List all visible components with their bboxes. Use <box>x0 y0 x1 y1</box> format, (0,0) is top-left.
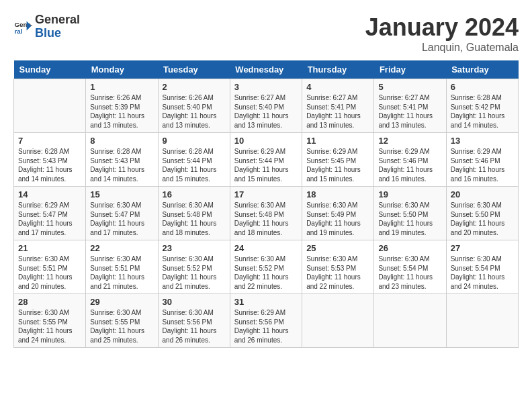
day-number: 28 <box>18 297 81 307</box>
day-number: 21 <box>18 243 81 253</box>
calendar-cell: 23Sunrise: 6:30 AM Sunset: 5:52 PM Dayli… <box>158 240 230 294</box>
calendar-cell: 18Sunrise: 6:30 AM Sunset: 5:49 PM Dayli… <box>302 187 374 240</box>
day-number: 30 <box>163 297 226 307</box>
calendar-cell: 4Sunrise: 6:27 AM Sunset: 5:41 PM Daylig… <box>302 79 374 133</box>
day-number: 23 <box>163 243 226 253</box>
calendar-cell <box>446 294 518 348</box>
calendar-cell: 2Sunrise: 6:26 AM Sunset: 5:40 PM Daylig… <box>158 79 230 133</box>
day-number: 12 <box>378 136 441 146</box>
calendar-cell: 21Sunrise: 6:30 AM Sunset: 5:51 PM Dayli… <box>14 240 86 294</box>
weekday-header-wednesday: Wednesday <box>230 60 302 79</box>
calendar-cell: 16Sunrise: 6:30 AM Sunset: 5:48 PM Dayli… <box>158 187 230 240</box>
calendar-cell: 5Sunrise: 6:27 AM Sunset: 5:41 PM Daylig… <box>374 79 446 133</box>
calendar-cell: 13Sunrise: 6:29 AM Sunset: 5:46 PM Dayli… <box>446 133 518 187</box>
calendar-cell: 15Sunrise: 6:30 AM Sunset: 5:47 PM Dayli… <box>86 187 158 240</box>
day-info: Sunrise: 6:30 AM Sunset: 5:56 PM Dayligh… <box>163 308 226 345</box>
day-info: Sunrise: 6:29 AM Sunset: 5:47 PM Dayligh… <box>18 201 81 237</box>
day-info: Sunrise: 6:27 AM Sunset: 5:41 PM Dayligh… <box>378 93 441 130</box>
calendar-cell: 8Sunrise: 6:28 AM Sunset: 5:43 PM Daylig… <box>86 133 158 187</box>
calendar-cell: 9Sunrise: 6:28 AM Sunset: 5:44 PM Daylig… <box>158 133 230 187</box>
day-info: Sunrise: 6:29 AM Sunset: 5:44 PM Dayligh… <box>234 147 298 183</box>
day-info: Sunrise: 6:30 AM Sunset: 5:51 PM Dayligh… <box>90 255 153 291</box>
week-row-4: 21Sunrise: 6:30 AM Sunset: 5:51 PM Dayli… <box>14 240 519 294</box>
day-number: 5 <box>378 82 441 92</box>
calendar-cell: 28Sunrise: 6:30 AM Sunset: 5:55 PM Dayli… <box>14 294 86 348</box>
day-info: Sunrise: 6:27 AM Sunset: 5:40 PM Dayligh… <box>234 93 298 130</box>
day-info: Sunrise: 6:27 AM Sunset: 5:41 PM Dayligh… <box>306 93 369 130</box>
day-number: 1 <box>90 82 153 92</box>
day-number: 31 <box>234 297 298 307</box>
day-info: Sunrise: 6:26 AM Sunset: 5:39 PM Dayligh… <box>90 93 153 130</box>
calendar-cell: 29Sunrise: 6:30 AM Sunset: 5:55 PM Dayli… <box>86 294 158 348</box>
calendar-table: SundayMondayTuesdayWednesdayThursdayFrid… <box>13 60 519 348</box>
day-info: Sunrise: 6:28 AM Sunset: 5:42 PM Dayligh… <box>451 93 514 130</box>
day-info: Sunrise: 6:30 AM Sunset: 5:54 PM Dayligh… <box>378 255 441 291</box>
calendar-cell: 14Sunrise: 6:29 AM Sunset: 5:47 PM Dayli… <box>14 187 86 240</box>
weekday-header-friday: Friday <box>374 60 446 79</box>
calendar-body: 1Sunrise: 6:26 AM Sunset: 5:39 PM Daylig… <box>14 79 519 348</box>
calendar-cell: 22Sunrise: 6:30 AM Sunset: 5:51 PM Dayli… <box>86 240 158 294</box>
day-info: Sunrise: 6:30 AM Sunset: 5:47 PM Dayligh… <box>90 201 153 237</box>
calendar-cell: 17Sunrise: 6:30 AM Sunset: 5:48 PM Dayli… <box>230 187 302 240</box>
day-info: Sunrise: 6:29 AM Sunset: 5:46 PM Dayligh… <box>451 147 514 183</box>
calendar-cell: 6Sunrise: 6:28 AM Sunset: 5:42 PM Daylig… <box>446 79 518 133</box>
day-number: 29 <box>90 297 153 307</box>
day-info: Sunrise: 6:30 AM Sunset: 5:48 PM Dayligh… <box>234 201 298 237</box>
calendar-cell: 26Sunrise: 6:30 AM Sunset: 5:54 PM Dayli… <box>374 240 446 294</box>
calendar-cell: 11Sunrise: 6:29 AM Sunset: 5:45 PM Dayli… <box>302 133 374 187</box>
calendar-cell <box>14 79 86 133</box>
day-number: 20 <box>451 189 514 199</box>
weekday-header-thursday: Thursday <box>302 60 374 79</box>
day-info: Sunrise: 6:30 AM Sunset: 5:54 PM Dayligh… <box>451 255 514 291</box>
logo-text: General Blue <box>35 13 80 40</box>
weekday-header-monday: Monday <box>86 60 158 79</box>
day-info: Sunrise: 6:29 AM Sunset: 5:46 PM Dayligh… <box>378 147 441 183</box>
day-number: 9 <box>163 136 226 146</box>
day-number: 19 <box>378 189 441 199</box>
day-number: 17 <box>234 189 298 199</box>
week-row-2: 7Sunrise: 6:28 AM Sunset: 5:43 PM Daylig… <box>14 133 519 187</box>
day-info: Sunrise: 6:28 AM Sunset: 5:43 PM Dayligh… <box>18 147 81 183</box>
day-number: 27 <box>451 243 514 253</box>
day-info: Sunrise: 6:30 AM Sunset: 5:49 PM Dayligh… <box>306 201 369 237</box>
calendar-cell <box>302 294 374 348</box>
day-info: Sunrise: 6:30 AM Sunset: 5:53 PM Dayligh… <box>306 255 369 291</box>
calendar-cell: 24Sunrise: 6:30 AM Sunset: 5:52 PM Dayli… <box>230 240 302 294</box>
day-number: 24 <box>234 243 298 253</box>
calendar-cell: 19Sunrise: 6:30 AM Sunset: 5:50 PM Dayli… <box>374 187 446 240</box>
day-number: 10 <box>234 136 298 146</box>
calendar-cell: 31Sunrise: 6:29 AM Sunset: 5:56 PM Dayli… <box>230 294 302 348</box>
day-info: Sunrise: 6:30 AM Sunset: 5:52 PM Dayligh… <box>163 255 226 291</box>
day-info: Sunrise: 6:30 AM Sunset: 5:52 PM Dayligh… <box>234 255 298 291</box>
day-info: Sunrise: 6:30 AM Sunset: 5:55 PM Dayligh… <box>18 308 81 345</box>
svg-text:ral: ral <box>14 28 22 35</box>
page-header: Gene- ral General Blue January 2024 Lanq… <box>13 13 519 54</box>
calendar-cell: 7Sunrise: 6:28 AM Sunset: 5:43 PM Daylig… <box>14 133 86 187</box>
location: Lanquin, Guatemala <box>365 42 519 54</box>
calendar-cell: 30Sunrise: 6:30 AM Sunset: 5:56 PM Dayli… <box>158 294 230 348</box>
day-number: 25 <box>306 243 369 253</box>
day-info: Sunrise: 6:28 AM Sunset: 5:44 PM Dayligh… <box>163 147 226 183</box>
day-number: 26 <box>378 243 441 253</box>
calendar-cell: 10Sunrise: 6:29 AM Sunset: 5:44 PM Dayli… <box>230 133 302 187</box>
day-info: Sunrise: 6:29 AM Sunset: 5:45 PM Dayligh… <box>306 147 369 183</box>
day-info: Sunrise: 6:30 AM Sunset: 5:55 PM Dayligh… <box>90 308 153 345</box>
calendar-cell: 1Sunrise: 6:26 AM Sunset: 5:39 PM Daylig… <box>86 79 158 133</box>
calendar-cell: 27Sunrise: 6:30 AM Sunset: 5:54 PM Dayli… <box>446 240 518 294</box>
day-number: 13 <box>451 136 514 146</box>
weekday-header-saturday: Saturday <box>446 60 518 79</box>
day-number: 16 <box>163 189 226 199</box>
day-number: 22 <box>90 243 153 253</box>
day-number: 6 <box>451 82 514 92</box>
day-number: 7 <box>18 136 81 146</box>
day-number: 3 <box>234 82 298 92</box>
week-row-3: 14Sunrise: 6:29 AM Sunset: 5:47 PM Dayli… <box>14 187 519 240</box>
weekday-header-sunday: Sunday <box>14 60 86 79</box>
calendar-cell: 3Sunrise: 6:27 AM Sunset: 5:40 PM Daylig… <box>230 79 302 133</box>
logo: Gene- ral General Blue <box>13 13 80 40</box>
day-info: Sunrise: 6:28 AM Sunset: 5:43 PM Dayligh… <box>90 147 153 183</box>
month-title: January 2024 <box>365 13 519 42</box>
weekday-header-row: SundayMondayTuesdayWednesdayThursdayFrid… <box>14 60 519 79</box>
day-info: Sunrise: 6:30 AM Sunset: 5:50 PM Dayligh… <box>451 201 514 237</box>
week-row-1: 1Sunrise: 6:26 AM Sunset: 5:39 PM Daylig… <box>14 79 519 133</box>
